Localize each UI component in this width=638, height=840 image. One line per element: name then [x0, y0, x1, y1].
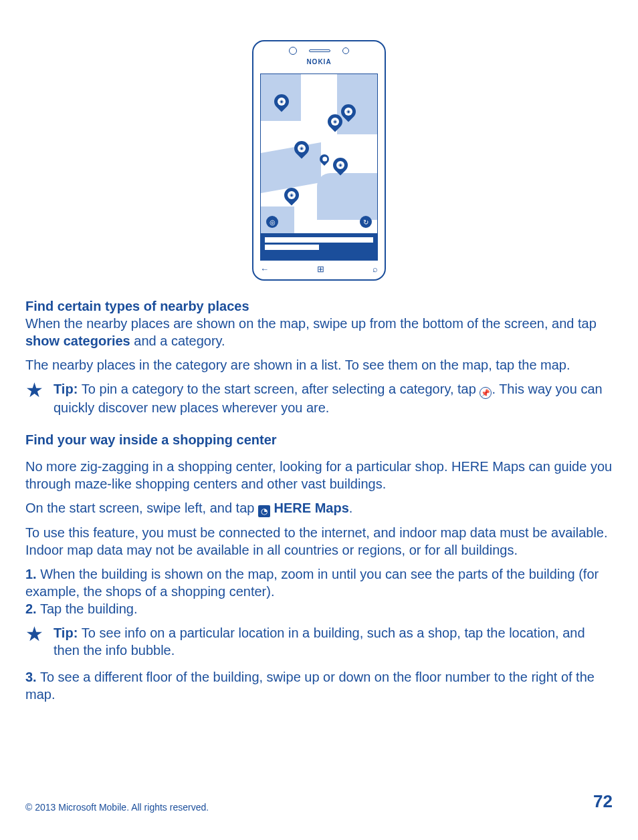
body-text: To see info on a particular location in …: [54, 625, 585, 658]
bottom-bar: [261, 233, 377, 260]
body-text: On the start screen, swipe left, and tap: [25, 501, 258, 515]
section-heading-2: Find your way inside a shopping center: [25, 431, 613, 448]
body-text: When the building is shown on the map, z…: [25, 567, 599, 599]
app-name: HERE Maps: [274, 501, 349, 515]
step-number: 3.: [25, 670, 37, 684]
body-text: and a category.: [130, 333, 225, 348]
phone-screen: ◉ ◉ ◉ ◉ ◉ ◉ ◎ ↻: [260, 74, 378, 261]
star-icon: ★: [25, 624, 45, 659]
here-maps-app-icon: ◔: [258, 505, 270, 517]
body-text: The nearby places in the category are sh…: [25, 356, 613, 374]
signal-icon: [289, 47, 297, 55]
speaker-icon: [309, 49, 330, 52]
body-text: To see a different floor of the building…: [25, 670, 595, 702]
bold-text: show categories: [25, 333, 130, 348]
brand-label: NOKIA: [253, 57, 385, 66]
refresh-icon: ↻: [360, 216, 372, 228]
page-number: 72: [593, 791, 613, 813]
tip-label: Tip:: [54, 625, 82, 640]
camera-icon: [342, 47, 349, 54]
tip-block: ★ Tip: To pin a category to the start sc…: [25, 380, 613, 416]
body-text: No more zig-zagging in a shopping center…: [25, 458, 613, 493]
body-text: To use this feature, you must be connect…: [25, 524, 613, 559]
map-area: ◉ ◉ ◉ ◉ ◉ ◉ ◎ ↻: [261, 74, 377, 233]
section-heading-1: Find certain types of nearby places: [25, 299, 249, 313]
step-number: 2.: [25, 601, 37, 616]
body-text: .: [349, 501, 353, 515]
back-icon: ←: [260, 264, 269, 275]
pin-icon: 📌: [480, 387, 492, 399]
star-icon: ★: [25, 380, 45, 416]
body-text: To pin a category to the start screen, a…: [82, 382, 480, 396]
body-text: When the nearby places are shown on the …: [25, 316, 597, 331]
tip-label: Tip:: [54, 382, 82, 396]
search-icon: ⌕: [373, 264, 378, 275]
body-text: Tap the building.: [37, 601, 138, 616]
windows-icon: ⊞: [317, 264, 324, 275]
phone-illustration: NOKIA ◉ ◉ ◉ ◉ ◉ ◉ ◎ ↻: [25, 40, 613, 281]
tip-block: ★ Tip: To see info on a particular locat…: [25, 624, 613, 659]
step-number: 1.: [25, 567, 37, 581]
locate-icon: ◎: [266, 216, 278, 228]
copyright-text: © 2013 Microsoft Mobile. All rights rese…: [25, 801, 209, 813]
